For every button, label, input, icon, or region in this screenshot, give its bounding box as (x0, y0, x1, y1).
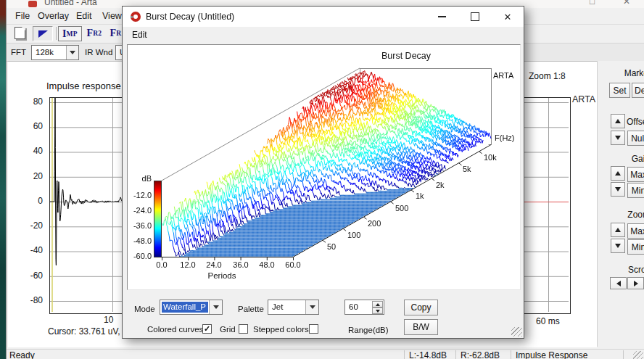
menu-view[interactable]: View (102, 11, 122, 21)
dropdown-arrow-icon[interactable] (305, 300, 318, 314)
status-ready: Ready (9, 350, 35, 359)
palette-value: Jet (272, 302, 283, 311)
y-tick: -60 (24, 271, 43, 281)
maximize-button[interactable] (461, 7, 489, 27)
arta-logo-icon (131, 12, 141, 22)
menu-file[interactable]: File (15, 11, 30, 21)
scroll-label: Scroll (618, 265, 644, 275)
status-right-db: R:-62.8dB (461, 350, 500, 359)
arrow-down-icon (376, 310, 380, 313)
maximize-icon (471, 12, 479, 21)
db-tick: -48.0 (124, 236, 152, 245)
zoom-max-button[interactable]: Max (627, 223, 644, 239)
bw-button[interactable]: B/W (404, 319, 438, 335)
dropdown-arrow-icon[interactable] (209, 300, 222, 314)
db-axis-label: dB (130, 174, 152, 183)
periods-tick: 12.0 (176, 260, 200, 269)
arrow-down-icon (615, 244, 621, 248)
y-tick: 40 (24, 146, 43, 156)
offset-down-button[interactable] (611, 131, 625, 145)
db-tick: -12.0 (124, 191, 152, 199)
menu-edit[interactable]: Edit (76, 11, 92, 21)
close-icon: ✕ (504, 12, 512, 22)
status-divider (623, 350, 624, 359)
palette-label: Palette (238, 305, 264, 313)
arta-app: Untitled - Arta □ ✕ File Overlay Edit Vi… (0, 0, 644, 359)
status-divider (455, 350, 456, 359)
main-window-title: Untitled - Arta (44, 0, 97, 7)
range-spinner[interactable]: 60 (344, 300, 384, 315)
fft-size-combo[interactable]: 128k (31, 45, 79, 60)
palette-combo[interactable]: Jet (268, 300, 319, 315)
freq-tick: 100 (347, 231, 360, 239)
waterfall-title: Burst Decay (363, 51, 450, 61)
new-file-button[interactable] (10, 26, 29, 40)
zoom-ratio-label: Zoom 1:8 (529, 71, 566, 81)
dialog-resize-grip[interactable] (511, 327, 522, 337)
db-tick: -60.0 (124, 252, 152, 260)
status-left-db: L:-14.8dB (409, 350, 447, 359)
stepped-colors-checkbox[interactable] (309, 324, 318, 334)
colored-curves-label: Colored curves (147, 325, 203, 334)
gain-down-button[interactable] (611, 182, 625, 197)
freq-tick: 500 (395, 204, 408, 212)
marker-set-button[interactable]: Set (609, 83, 630, 98)
colored-curves-checkbox[interactable]: ✓ (202, 324, 212, 334)
dialog-menu-edit[interactable]: Edit (132, 30, 147, 40)
dialog-titlebar[interactable]: Burst Decay (Untitled) ✕ (123, 7, 524, 27)
menu-overlay[interactable]: Overlay (38, 11, 69, 21)
desktop-background (0, 0, 6, 359)
offset-up-button[interactable] (611, 114, 625, 128)
grid-label: Grid (220, 325, 236, 334)
dialog-title: Burst Decay (Untitled) (146, 12, 234, 22)
periods-tick: 48.0 (255, 260, 279, 269)
imp-mode-button[interactable]: IMP (58, 26, 82, 41)
grid-checkbox[interactable] (239, 324, 248, 334)
zoom-up-button[interactable] (611, 223, 625, 237)
arrow-left-icon (616, 281, 621, 286)
y-tick: 0 (24, 196, 43, 206)
freq-tick: 5k (463, 165, 471, 173)
mode-label: Mode (134, 305, 155, 313)
spinner-down-button[interactable] (372, 308, 383, 314)
copy-button[interactable]: Copy (404, 300, 438, 315)
gain-max-button[interactable]: Max (627, 167, 644, 182)
mode-combo[interactable]: Waterfall_P (160, 300, 223, 315)
freq-tick: 200 (368, 219, 381, 228)
db-tick: -24.0 (124, 206, 152, 215)
marker-flag-button[interactable] (33, 26, 53, 41)
y-tick: -40 (24, 245, 43, 255)
arrow-up-icon (615, 228, 621, 232)
fr2-mode-button[interactable]: FR2 (83, 26, 105, 40)
flag-icon (38, 30, 48, 38)
minimize-button[interactable] (428, 7, 455, 27)
arrow-down-icon (615, 187, 621, 191)
stepped-colors-label: Stepped colors (253, 325, 309, 334)
dropdown-arrow-icon[interactable] (66, 46, 78, 59)
waterfall-plot-panel (127, 44, 521, 290)
gain-min-button[interactable]: Min (627, 183, 644, 198)
status-divider (511, 350, 511, 359)
zoom-down-button[interactable] (611, 239, 625, 253)
app-icon (28, 1, 37, 7)
gain-up-button[interactable] (611, 166, 625, 181)
close-button[interactable]: ✕ (494, 7, 521, 27)
arta-watermark: ARTA (572, 94, 580, 105)
arrow-right-icon (634, 281, 638, 286)
offset-null-button[interactable]: Null (627, 131, 644, 146)
freq-tick: 10k (484, 153, 497, 162)
spinner-up-button[interactable] (372, 301, 383, 308)
burst-decay-canvas[interactable] (128, 45, 520, 289)
arrow-up-icon (615, 119, 621, 123)
scroll-right-button[interactable] (627, 277, 644, 289)
scroll-left-button[interactable] (610, 277, 627, 289)
zoom-min-button[interactable]: Min (627, 239, 644, 255)
arrow-up-icon (615, 171, 621, 176)
burst-decay-dialog: Burst Decay (Untitled) ✕ Edit Burst Deca… (122, 6, 524, 339)
close-icon[interactable]: ✕ (623, 0, 630, 7)
status-divider (404, 350, 405, 359)
marker-del-button[interactable]: Del (632, 83, 644, 98)
gain-label: Gain (619, 154, 644, 164)
maximize-icon[interactable]: □ (590, 0, 595, 7)
resize-grip[interactable] (633, 351, 643, 359)
